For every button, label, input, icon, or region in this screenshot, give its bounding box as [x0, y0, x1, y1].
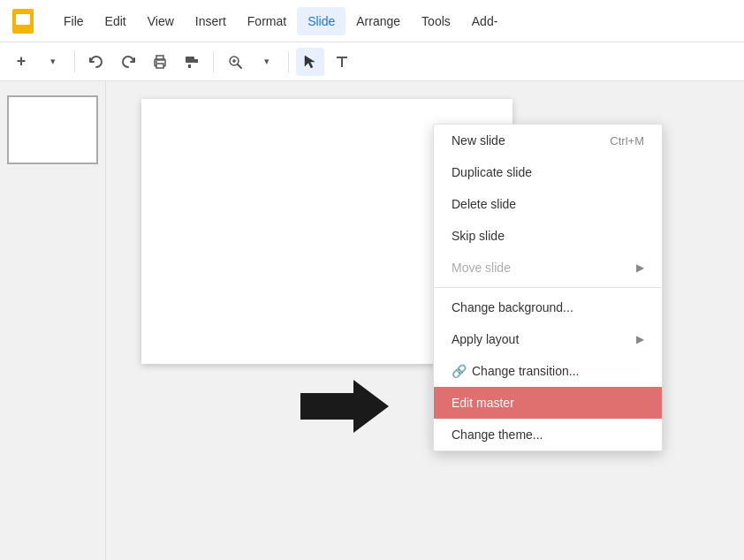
menu-duplicate-slide[interactable]: Duplicate slide — [434, 156, 662, 188]
zoom-in-button[interactable] — [221, 48, 249, 76]
menu-item-file[interactable]: File — [53, 7, 95, 35]
new-slide-label: New slide — [452, 133, 505, 148]
print-icon — [152, 54, 168, 70]
menu-item-slide[interactable]: Slide — [297, 7, 345, 35]
cursor-button[interactable] — [296, 48, 324, 76]
undo-icon — [88, 54, 104, 70]
move-slide-submenu-arrow: ▶ — [636, 261, 644, 274]
svg-point-5 — [156, 61, 157, 63]
svg-line-9 — [238, 64, 241, 68]
add-dropdown-button[interactable]: ▾ — [39, 48, 67, 76]
svg-rect-3 — [156, 56, 163, 60]
menu-bar: File Edit View Insert Format Slide Arran… — [0, 0, 744, 42]
svg-rect-1 — [16, 14, 30, 25]
menu-apply-layout[interactable]: Apply layout ▶ — [434, 323, 662, 355]
change-bg-label: Change background... — [452, 300, 573, 314]
menu-change-theme[interactable]: Change theme... — [434, 419, 662, 450]
menu-item-tools[interactable]: Tools — [411, 7, 461, 35]
cursor-icon — [302, 54, 318, 70]
svg-marker-15 — [300, 380, 389, 433]
apply-layout-submenu-arrow: ▶ — [636, 333, 644, 345]
menu-new-slide[interactable]: New slide Ctrl+M — [434, 125, 662, 156]
add-slide-button[interactable]: + — [7, 48, 35, 76]
menu-items: File Edit View Insert Format Slide Arran… — [53, 7, 508, 35]
change-transition-inner: 🔗 Change transition... — [452, 364, 579, 378]
svg-marker-12 — [305, 56, 315, 68]
text-tool-icon — [334, 54, 350, 70]
menu-change-background[interactable]: Change background... — [434, 291, 662, 323]
right-arrow-icon — [300, 380, 389, 433]
menu-item-view[interactable]: View — [137, 7, 185, 35]
menu-item-edit[interactable]: Edit — [95, 7, 137, 35]
transition-icon: 🔗 — [452, 364, 467, 378]
redo-button[interactable] — [114, 48, 142, 76]
change-transition-label: Change transition... — [472, 364, 579, 378]
slide-dropdown-menu: New slide Ctrl+M Duplicate slide Delete … — [433, 124, 663, 451]
toolbar-separator-2 — [213, 51, 214, 72]
svg-rect-4 — [156, 64, 163, 68]
paint-format-button[interactable] — [178, 48, 206, 76]
menu-item-insert[interactable]: Insert — [185, 7, 237, 35]
menu-move-slide: Move slide ▶ — [434, 252, 662, 284]
slide-thumbnail-container: 1 — [7, 95, 98, 164]
menu-item-add[interactable]: Add- — [461, 7, 509, 35]
zoom-dropdown-button[interactable]: ▾ — [253, 48, 281, 76]
menu-delete-slide[interactable]: Delete slide — [434, 188, 662, 220]
slide-panel: 1 — [0, 81, 106, 560]
toolbar-separator-1 — [74, 51, 75, 72]
print-button[interactable] — [146, 48, 174, 76]
slide-thumb-inner — [9, 97, 96, 163]
app-logo — [7, 5, 39, 37]
redo-icon — [120, 54, 136, 70]
delete-slide-label: Delete slide — [452, 197, 516, 211]
main-area: 1 New slide Ctrl+M Duplicate slide Delet… — [0, 81, 744, 560]
edit-master-label: Edit master — [452, 396, 514, 410]
menu-item-format[interactable]: Format — [237, 7, 297, 35]
menu-change-transition[interactable]: 🔗 Change transition... — [434, 355, 662, 387]
undo-button[interactable] — [82, 48, 110, 76]
move-slide-label: Move slide — [452, 261, 511, 275]
new-slide-shortcut: Ctrl+M — [610, 134, 644, 148]
arrow-container — [300, 380, 389, 436]
toolbar-separator-3 — [288, 51, 289, 72]
paint-format-icon — [184, 54, 200, 70]
svg-rect-6 — [186, 57, 194, 63]
menu-skip-slide[interactable]: Skip slide — [434, 220, 662, 252]
menu-edit-master[interactable]: Edit master — [434, 387, 662, 419]
text-button[interactable] — [328, 48, 356, 76]
duplicate-slide-label: Duplicate slide — [452, 165, 532, 179]
apply-layout-label: Apply layout — [452, 332, 519, 346]
dropdown-separator-1 — [434, 287, 662, 288]
slide-thumbnail[interactable] — [7, 95, 98, 164]
change-theme-label: Change theme... — [452, 428, 543, 442]
skip-slide-label: Skip slide — [452, 229, 505, 243]
svg-rect-7 — [188, 64, 191, 68]
toolbar: + ▾ ▾ — [0, 42, 744, 81]
menu-item-arrange[interactable]: Arrange — [345, 7, 411, 35]
slides-logo-icon — [9, 7, 37, 35]
zoom-in-icon — [227, 54, 243, 70]
